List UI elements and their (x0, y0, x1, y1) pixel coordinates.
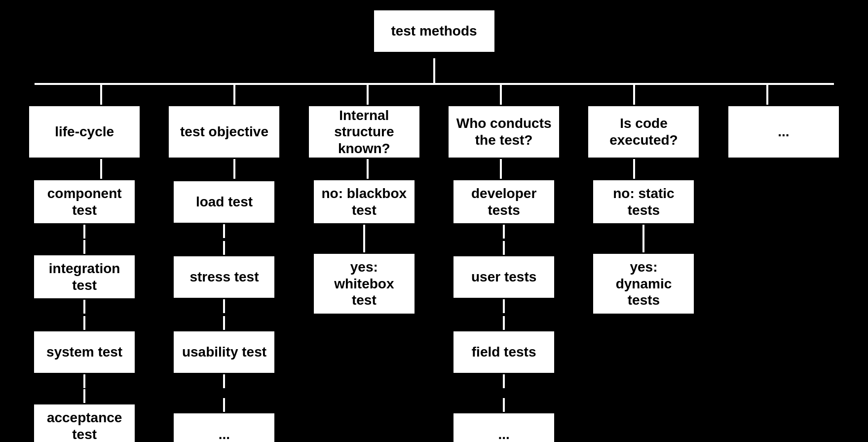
diagram: test methods life-cycle test objective I… (0, 0, 868, 442)
header-code-executed-label: Is code executed? (595, 115, 692, 148)
connector-bot-2-test-objective (223, 374, 225, 388)
box-3-lifecycle: acceptance test validation (33, 403, 136, 442)
box-1-lifecycle: integration test (33, 254, 136, 300)
root-label: test methods (391, 23, 477, 40)
box-0-lifecycle: component test (33, 179, 136, 225)
col-connector-below-3 (367, 159, 369, 179)
data-row-1: integration teststress testyes: whitebox… (15, 239, 854, 315)
header-code-executed: Is code executed? (587, 105, 700, 159)
header-row: life-cycle test objective Internal struc… (15, 105, 854, 159)
data-row-2: system testusability testfield tests (15, 315, 854, 389)
header-test-objective-label: test objective (180, 123, 268, 140)
col-connector-2 (233, 85, 235, 105)
col-connector-4 (500, 85, 502, 105)
connector-bot-1-lifecycle (83, 300, 85, 314)
h-line (35, 83, 834, 85)
col-connector-below-4 (500, 159, 502, 179)
cell-3-lifecycle: acceptance test validation (28, 389, 141, 442)
col-connector-3 (367, 85, 369, 105)
col-connectors-top (35, 85, 834, 105)
connector-top-1-lifecycle (83, 240, 85, 254)
col-connector-5 (633, 85, 635, 105)
box-0-code-executed: no: static tests (592, 179, 695, 225)
connector-top-2-who-conducts (503, 316, 505, 330)
header-internal-structure-label: Internal structure known? (316, 107, 413, 157)
cell-3-internal-structure (307, 390, 421, 442)
cell-2-code-executed (587, 315, 700, 389)
header-lifecycle-label: life-cycle (55, 123, 114, 140)
header-more-label: ... (778, 123, 789, 140)
cell-0-internal-structure: no: blackbox test (307, 179, 421, 239)
root-row: test methods (373, 9, 496, 53)
header-lifecycle: life-cycle (28, 105, 141, 159)
col-connector-below-2 (233, 159, 235, 179)
connector-bot-0-who-conducts (503, 225, 505, 239)
col-connector-6 (766, 85, 768, 105)
col-connectors-bottom (35, 159, 834, 179)
connector-top-1-internal-structure (363, 239, 365, 252)
cell-2-internal-structure (307, 315, 421, 389)
box-1-internal-structure: yes: whitebox test (312, 252, 416, 315)
col-connector-below-5 (633, 159, 635, 179)
cell-3-who-conducts: ... (447, 398, 561, 442)
cell-1-code-executed: yes: dynamic tests (587, 239, 700, 315)
cell-1-internal-structure: yes: whitebox test (307, 239, 421, 315)
col-connector-below-6 (766, 159, 768, 179)
col-connector-1 (100, 85, 102, 105)
connector-bot-2-who-conducts (503, 374, 505, 388)
box-1-who-conducts: user tests (452, 255, 556, 299)
connector-top-3-who-conducts (503, 398, 505, 412)
box-0-who-conducts: developer tests (452, 179, 556, 225)
cell-2-lifecycle: system test (28, 316, 141, 388)
data-row-0: component testload testno: blackbox test… (15, 179, 854, 239)
connector-top-2-lifecycle (83, 316, 85, 330)
header-who-conducts: Who conducts the test? (447, 105, 561, 159)
cell-0-more (727, 187, 840, 231)
box-1-code-executed: yes: dynamic tests (592, 252, 695, 315)
connector-bot-0-internal-structure (363, 225, 365, 239)
cell-0-lifecycle: component test (28, 179, 141, 239)
cell-2-test-objective: usability test (167, 316, 281, 388)
root-connector (433, 58, 435, 83)
cell-0-who-conducts: developer tests (447, 179, 561, 239)
box-3-test-objective: ... (172, 412, 276, 442)
root-node: test methods (373, 9, 496, 53)
box-0-test-objective: load test (172, 180, 276, 224)
box-1-test-objective: stress test (172, 255, 276, 299)
data-rows: component testload testno: blackbox test… (15, 179, 854, 442)
header-who-conducts-label: Who conducts the test? (455, 115, 552, 148)
box-0-internal-structure: no: blackbox test (312, 179, 416, 225)
header-more: ... (727, 105, 840, 159)
connector-bot-1-who-conducts (503, 299, 505, 313)
box-3-who-conducts: ... (452, 412, 556, 442)
cell-2-more (727, 315, 840, 389)
connector-bot-0-lifecycle (83, 225, 85, 239)
connector-top-1-who-conducts (503, 241, 505, 255)
connector-bot-1-test-objective (223, 299, 225, 313)
cell-0-code-executed: no: static tests (587, 179, 700, 239)
connector-bot-0-code-executed (642, 225, 644, 239)
cell-2-who-conducts: field tests (447, 316, 561, 388)
box-2-lifecycle: system test (33, 330, 136, 374)
data-row-3: acceptance test validation...... (15, 389, 854, 442)
col-connector-below-1 (100, 159, 102, 179)
box-2-who-conducts: field tests (452, 330, 556, 374)
connector-top-1-code-executed (642, 239, 644, 252)
cell-3-code-executed (587, 390, 700, 442)
cell-1-who-conducts: user tests (447, 241, 561, 313)
header-test-objective: test objective (167, 105, 281, 159)
connector-top-1-test-objective (223, 241, 225, 255)
cell-1-test-objective: stress test (167, 241, 281, 313)
connector-top-3-lifecycle (83, 389, 85, 403)
cell-1-lifecycle: integration test (28, 240, 141, 314)
connector-bot-2-lifecycle (83, 374, 85, 388)
cell-3-test-objective: ... (167, 398, 281, 442)
box-2-test-objective: usability test (172, 330, 276, 374)
connector-top-3-test-objective (223, 398, 225, 412)
cell-3-more (727, 390, 840, 442)
connector-top-2-test-objective (223, 316, 225, 330)
connector-bot-0-test-objective (223, 224, 225, 238)
cell-0-test-objective: load test (167, 180, 281, 238)
header-internal-structure: Internal structure known? (307, 105, 421, 159)
cell-1-more (727, 240, 840, 314)
